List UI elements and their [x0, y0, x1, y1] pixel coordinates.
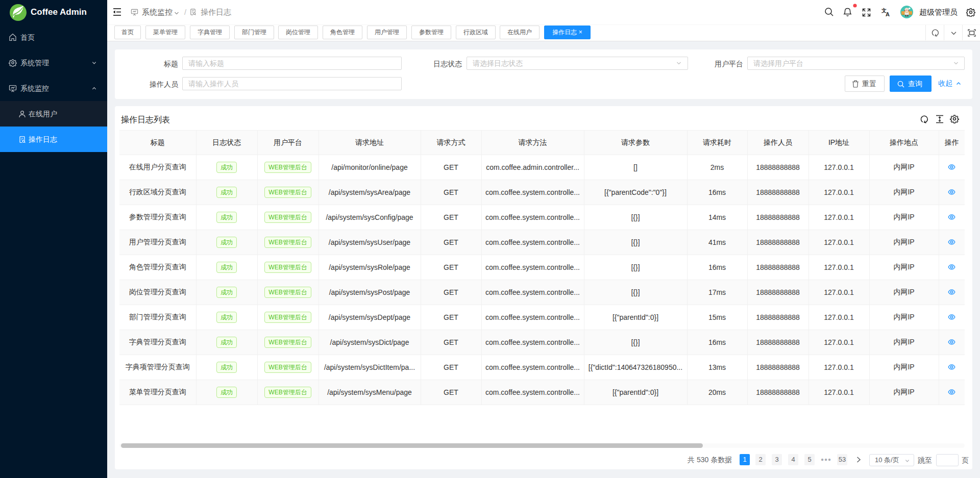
- svg-text:A: A: [886, 11, 890, 17]
